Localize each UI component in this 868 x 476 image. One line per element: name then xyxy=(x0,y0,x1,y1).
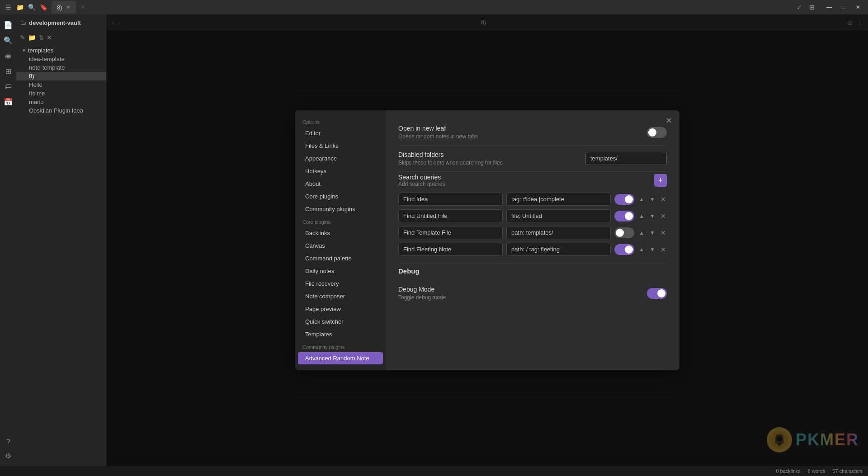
titlebar-right: ✓ ⊞ — □ ✕ xyxy=(794,2,864,13)
nav-templates[interactable]: Templates xyxy=(298,328,383,340)
file-hello[interactable]: Hello xyxy=(16,80,106,89)
file-mario[interactable]: mario xyxy=(16,98,106,106)
toggle-q1-track[interactable] xyxy=(614,194,634,205)
toggle-query-2[interactable] xyxy=(614,211,634,222)
settings-content: ✕ Open in new leaf Opens random notes in… xyxy=(386,110,679,370)
query-1-up-arrow[interactable]: ▲ xyxy=(638,195,645,203)
toggle-debug-switch[interactable] xyxy=(647,288,667,299)
settings-icon[interactable]: ⚙ xyxy=(1,449,15,462)
menu-icon[interactable]: ☰ xyxy=(4,3,13,12)
toggle-query-4[interactable] xyxy=(614,244,634,255)
sort-icon[interactable]: ⇅ xyxy=(38,34,44,41)
file-8[interactable]: 8) xyxy=(16,72,106,80)
nav-note-composer[interactable]: Note composer xyxy=(298,290,383,302)
toggle-new-leaf-switch[interactable] xyxy=(647,127,667,138)
settings-modal: Options Editor Files & Links Appearance … xyxy=(295,110,679,370)
nav-editor[interactable]: Editor xyxy=(298,127,383,139)
toggle-debug-mode[interactable] xyxy=(647,288,667,299)
box-icon[interactable]: ⊞ xyxy=(1,64,15,78)
modal-close-btn[interactable]: ✕ xyxy=(665,117,672,125)
community-plugins-section-label: Community plugins xyxy=(295,341,386,352)
folder-templates[interactable]: ▼ templates xyxy=(16,46,106,55)
nav-core-plugins-link[interactable]: Core plugins xyxy=(298,190,383,203)
toggle-query-3[interactable] xyxy=(614,227,634,238)
file-note-template[interactable]: note-template xyxy=(16,63,106,72)
search-side-icon[interactable]: 🔍 xyxy=(1,33,15,47)
query-name-4[interactable] xyxy=(398,243,503,256)
query-search-3[interactable] xyxy=(506,226,611,239)
bookmark-icon[interactable]: 🔖 xyxy=(39,3,48,12)
layout-icon[interactable]: ⊞ xyxy=(807,2,817,13)
setting-debug-mode-name: Debug Mode xyxy=(398,286,642,293)
nav-backlinks[interactable]: Backlinks xyxy=(298,227,383,239)
toggle-q3-thumb xyxy=(616,229,624,237)
close-sidebar-icon[interactable]: ✕ xyxy=(47,34,52,41)
file-obsidian-plugin[interactable]: Obsidian Plugin Idea xyxy=(16,106,106,115)
nav-appearance[interactable]: Appearance xyxy=(298,152,383,165)
toggle-q3-track[interactable] xyxy=(614,227,634,238)
nav-quick-switcher[interactable]: Quick switcher xyxy=(298,316,383,328)
nav-community-plugins-link[interactable]: Community plugins xyxy=(298,203,383,215)
query-1-delete-btn[interactable]: ✕ xyxy=(660,195,667,204)
search-icon[interactable]: 🔍 xyxy=(27,3,36,12)
query-2-delete-btn[interactable]: ✕ xyxy=(660,212,667,221)
file-idea-template[interactable]: idea-template xyxy=(16,55,106,63)
nav-canvas[interactable]: Canvas xyxy=(298,240,383,252)
file-mario-label: mario xyxy=(29,99,44,105)
nav-hotkeys[interactable]: Hotkeys xyxy=(298,165,383,177)
minimize-btn[interactable]: — xyxy=(823,2,835,12)
query-3-down-arrow[interactable]: ▼ xyxy=(649,229,656,237)
core-plugins-section-label: Core plugins xyxy=(295,216,386,226)
file-its-me[interactable]: Its me xyxy=(16,89,106,98)
nav-advanced-random-note[interactable]: Advanced Random Note xyxy=(298,352,383,364)
folder-templates-label: templates xyxy=(28,47,53,54)
query-3-up-arrow[interactable]: ▲ xyxy=(638,229,645,237)
query-2-down-arrow[interactable]: ▼ xyxy=(649,212,656,220)
query-search-4[interactable] xyxy=(506,243,611,256)
icon-sidebar: 📄 🔍 ◉ ⊞ 🏷 📅 ? ⚙ xyxy=(0,14,16,466)
query-4-down-arrow[interactable]: ▼ xyxy=(649,245,656,254)
query-name-2[interactable] xyxy=(398,209,503,222)
setting-open-in-new-leaf-desc: Opens random notes in new tabs xyxy=(398,133,642,140)
close-btn[interactable]: ✕ xyxy=(852,2,864,12)
toggle-q4-track[interactable] xyxy=(614,244,634,255)
query-search-1[interactable] xyxy=(506,193,611,206)
query-search-2[interactable] xyxy=(506,209,611,222)
maximize-btn[interactable]: □ xyxy=(837,2,850,12)
query-1-down-arrow[interactable]: ▼ xyxy=(649,195,656,203)
new-note-icon[interactable]: ✎ xyxy=(20,34,25,41)
graph-icon[interactable]: ◉ xyxy=(1,49,15,62)
query-name-1[interactable] xyxy=(398,193,503,206)
query-4-delete-btn[interactable]: ✕ xyxy=(660,245,667,254)
toggle-debug-track[interactable] xyxy=(647,288,667,299)
toggle-new-leaf-track[interactable] xyxy=(647,127,667,138)
files-icon[interactable]: 📄 xyxy=(1,18,15,32)
tab-add-btn[interactable]: + xyxy=(78,2,89,13)
search-queries-title: Search queries Add search queries xyxy=(398,174,654,187)
toggle-open-in-new-leaf[interactable] xyxy=(647,127,667,138)
query-4-up-arrow[interactable]: ▲ xyxy=(638,245,645,254)
folder-icon[interactable]: 📁 xyxy=(15,3,24,12)
new-folder-icon[interactable]: 📁 xyxy=(28,34,36,41)
nav-about[interactable]: About xyxy=(298,178,383,190)
toggle-q2-thumb xyxy=(625,212,633,220)
toggle-query-1[interactable] xyxy=(614,194,634,205)
file-idea-template-label: idea-template xyxy=(29,56,65,62)
nav-daily-notes[interactable]: Daily notes xyxy=(298,265,383,277)
nav-files-links[interactable]: Files & Links xyxy=(298,140,383,152)
toggle-q2-track[interactable] xyxy=(614,211,634,222)
query-3-delete-btn[interactable]: ✕ xyxy=(660,228,667,237)
help-icon[interactable]: ? xyxy=(1,435,15,449)
tag-icon[interactable]: 🏷 xyxy=(1,80,15,93)
tab-active[interactable]: 8) ✕ xyxy=(52,1,76,14)
nav-page-preview[interactable]: Page preview xyxy=(298,303,383,315)
query-name-3[interactable] xyxy=(398,226,503,239)
disabled-folders-input[interactable] xyxy=(585,152,667,165)
nav-command-palette[interactable]: Command palette xyxy=(298,252,383,264)
nav-file-recovery[interactable]: File recovery xyxy=(298,278,383,290)
query-2-up-arrow[interactable]: ▲ xyxy=(638,212,645,220)
tab-close-btn[interactable]: ✕ xyxy=(66,4,71,10)
calendar-icon[interactable]: 📅 xyxy=(1,95,15,108)
add-query-btn[interactable]: + xyxy=(654,174,667,187)
check-icon[interactable]: ✓ xyxy=(794,2,805,13)
